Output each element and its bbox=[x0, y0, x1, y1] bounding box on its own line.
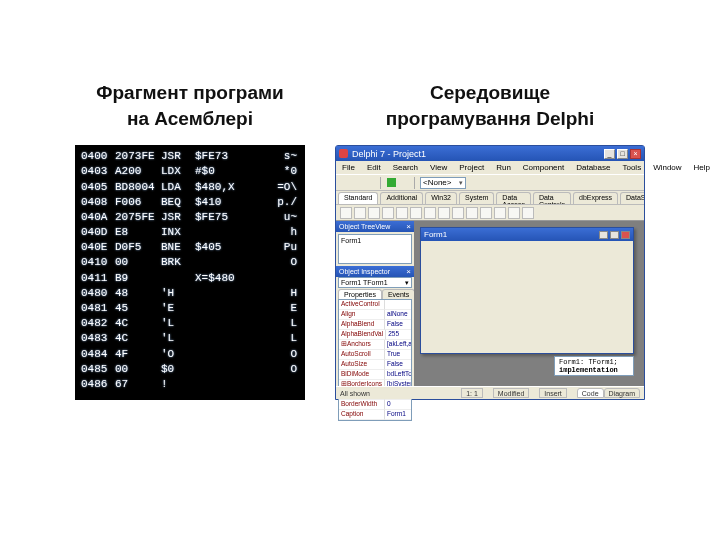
asm-row: 040A2075FEJSR$FE75u~ bbox=[81, 210, 299, 225]
menu-project[interactable]: Project bbox=[457, 162, 486, 173]
menu-file[interactable]: File bbox=[340, 162, 357, 173]
delphi-column: Середовищепрограмування Delphi Delphi 7 … bbox=[335, 80, 645, 400]
status-insert-mode: Insert bbox=[539, 388, 567, 398]
inspector-tab-events[interactable]: Events bbox=[382, 289, 415, 299]
close-icon[interactable]: × bbox=[406, 267, 411, 276]
palette-component[interactable] bbox=[522, 207, 534, 219]
menu-component[interactable]: Component bbox=[521, 162, 566, 173]
new-icon[interactable] bbox=[339, 177, 350, 188]
property-row[interactable]: CaptionForm1 bbox=[339, 410, 411, 420]
status-allshown: All shown bbox=[340, 390, 370, 397]
palette-component[interactable] bbox=[508, 207, 520, 219]
inspector-tab-properties[interactable]: Properties bbox=[338, 289, 382, 299]
object-inspector-title[interactable]: Object Inspector × bbox=[336, 266, 414, 277]
property-row[interactable]: AlignalNone bbox=[339, 310, 411, 320]
asm-row: 0405BD8004LDA$480,X=O\ bbox=[81, 180, 299, 195]
palette-tab-system[interactable]: System bbox=[459, 192, 494, 204]
pause-icon[interactable] bbox=[399, 177, 410, 188]
designer-area: Form1 Form1: TForm1; implementation bbox=[414, 221, 644, 386]
assembler-column: Фрагмент програмина Асемблері 04002073FE… bbox=[75, 80, 305, 400]
palette-tab-data-controls[interactable]: Data Controls bbox=[533, 192, 571, 204]
open-icon[interactable] bbox=[352, 177, 363, 188]
run-icon[interactable] bbox=[386, 177, 397, 188]
palette-tab-win32[interactable]: Win32 bbox=[425, 192, 457, 204]
view-tab-diagram[interactable]: Diagram bbox=[604, 388, 640, 398]
asm-row: 04002073FEJSR$FE73s~ bbox=[81, 149, 299, 164]
palette-component[interactable] bbox=[452, 207, 464, 219]
object-inspector: Form1 TForm1 ▾ PropertiesEvents ActiveCo… bbox=[338, 277, 412, 421]
palette-component[interactable] bbox=[382, 207, 394, 219]
property-row[interactable]: AutoScrollTrue bbox=[339, 350, 411, 360]
titlebar[interactable]: Delphi 7 - Project1 _ □ × bbox=[336, 146, 644, 161]
delphi-app-icon bbox=[339, 149, 348, 158]
menubar: FileEditSearchViewProjectRunComponentDat… bbox=[336, 161, 644, 175]
tree-root-node[interactable]: Form1 bbox=[341, 237, 361, 244]
inspector-property-grid[interactable]: ActiveControlAlignalNoneAlphaBlendFalseA… bbox=[338, 299, 412, 421]
minimize-button[interactable]: _ bbox=[604, 149, 615, 159]
palette-tab-data-access[interactable]: Data Access bbox=[496, 192, 531, 204]
close-button[interactable] bbox=[621, 231, 630, 239]
form-combo[interactable]: <None> ▾ bbox=[420, 177, 466, 189]
palette-tab-datasnap[interactable]: DataSnap bbox=[620, 192, 644, 204]
close-icon[interactable]: × bbox=[406, 222, 411, 231]
left-pane: Object TreeView × Form1 Object Inspector… bbox=[336, 221, 414, 386]
menu-view[interactable]: View bbox=[428, 162, 449, 173]
menu-database[interactable]: Database bbox=[574, 162, 612, 173]
view-tab-code[interactable]: Code bbox=[577, 388, 604, 398]
property-row[interactable]: AutoSizeFalse bbox=[339, 360, 411, 370]
asm-row: 0411B9X=$480 bbox=[81, 271, 299, 286]
toolbar-separator bbox=[414, 177, 416, 189]
menu-edit[interactable]: Edit bbox=[365, 162, 383, 173]
property-row[interactable]: AlphaBlendFalse bbox=[339, 320, 411, 330]
property-row[interactable]: AlphaBlendVal255 bbox=[339, 330, 411, 340]
form-design-surface[interactable] bbox=[421, 241, 633, 353]
code-editor-peek[interactable]: Form1: TForm1; implementation bbox=[554, 356, 634, 376]
inspector-combo-value: Form1 TForm1 bbox=[341, 279, 388, 286]
slide: Фрагмент програмина Асемблері 04002073FE… bbox=[0, 0, 720, 420]
maximize-button[interactable] bbox=[610, 231, 619, 239]
minimize-button[interactable] bbox=[599, 231, 608, 239]
menu-window[interactable]: Window bbox=[651, 162, 683, 173]
palette-component[interactable] bbox=[396, 207, 408, 219]
form-title: Form1 bbox=[424, 230, 447, 239]
object-tree-title[interactable]: Object TreeView × bbox=[336, 221, 414, 232]
palette-component[interactable] bbox=[354, 207, 366, 219]
object-tree[interactable]: Form1 bbox=[338, 234, 412, 264]
property-row[interactable]: BorderWidth0 bbox=[339, 400, 411, 410]
save-icon[interactable] bbox=[365, 177, 376, 188]
form-designer-window[interactable]: Form1 bbox=[420, 227, 634, 354]
palette-tab-additional[interactable]: Additional bbox=[380, 192, 423, 204]
palette-component[interactable] bbox=[480, 207, 492, 219]
assembler-caption: Фрагмент програмина Асемблері bbox=[96, 80, 284, 131]
asm-row: 048500$0O bbox=[81, 362, 299, 377]
inspector-combo[interactable]: Form1 TForm1 ▾ bbox=[338, 277, 412, 288]
menu-help[interactable]: Help bbox=[692, 162, 712, 173]
asm-row: 040DE8INXh bbox=[81, 225, 299, 240]
toolbar-separator bbox=[380, 177, 382, 189]
form-combo-value: <None> bbox=[423, 178, 451, 187]
property-row[interactable]: ⊞Anchors[akLeft,akTop] bbox=[339, 340, 411, 350]
editor-view-tabs: CodeDiagram bbox=[577, 388, 640, 398]
menu-tools[interactable]: Tools bbox=[620, 162, 643, 173]
menu-search[interactable]: Search bbox=[391, 162, 420, 173]
palette-component[interactable] bbox=[340, 207, 352, 219]
property-row[interactable]: ActiveControl bbox=[339, 300, 411, 310]
asm-row: 040ED0F5BNE$405Pu bbox=[81, 240, 299, 255]
property-row[interactable]: BiDiModebdLeftToRight bbox=[339, 370, 411, 380]
menu-run[interactable]: Run bbox=[494, 162, 513, 173]
statusbar: All shown 1: 1 Modified Insert CodeDiagr… bbox=[336, 386, 644, 399]
palette-component[interactable] bbox=[424, 207, 436, 219]
palette-component[interactable] bbox=[466, 207, 478, 219]
asm-row: 04834C'LL bbox=[81, 331, 299, 346]
close-button[interactable]: × bbox=[630, 149, 641, 159]
form-titlebar[interactable]: Form1 bbox=[421, 228, 633, 241]
palette-component[interactable] bbox=[494, 207, 506, 219]
palette-tab-dbexpress[interactable]: dbExpress bbox=[573, 192, 618, 204]
maximize-button[interactable]: □ bbox=[617, 149, 628, 159]
palette-component[interactable] bbox=[410, 207, 422, 219]
palette-tab-standard[interactable]: Standard bbox=[338, 192, 378, 204]
palette-component[interactable] bbox=[368, 207, 380, 219]
delphi-caption: Середовищепрограмування Delphi bbox=[386, 80, 595, 131]
palette-component[interactable] bbox=[438, 207, 450, 219]
asm-row: 048048'HH bbox=[81, 286, 299, 301]
